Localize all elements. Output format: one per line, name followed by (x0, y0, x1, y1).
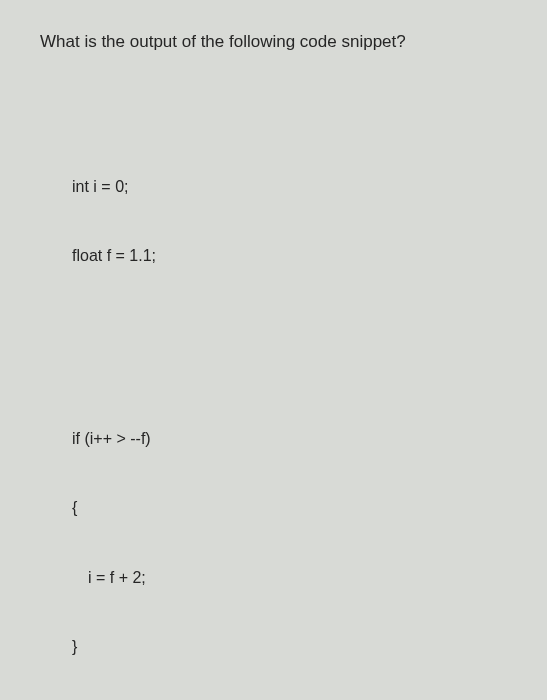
code-snippet: int i = 0; float f = 1.1; if (i++ > --f)… (72, 82, 507, 700)
code-line: } (72, 635, 507, 658)
code-line: int i = 0; (72, 175, 507, 198)
code-line: i = f + 2; (72, 566, 507, 589)
question-title: What is the output of the following code… (40, 32, 507, 52)
code-line: { (72, 496, 507, 519)
code-line: float f = 1.1; (72, 244, 507, 267)
code-line: if (i++ > --f) (72, 427, 507, 450)
